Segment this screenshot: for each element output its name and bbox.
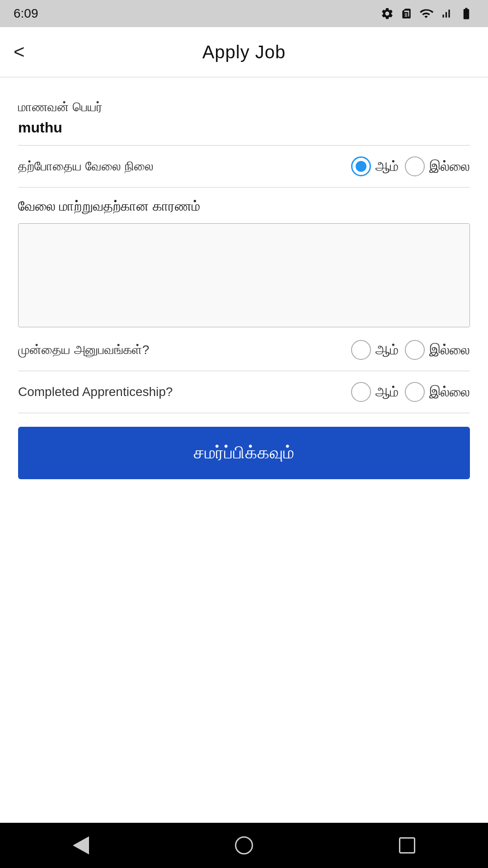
prev-experience-row: முன்தைய அனுபவங்கள்? ஆம் இல்லை (18, 329, 470, 371)
reason-textarea[interactable] (18, 223, 470, 327)
current-job-status-row: தற்போதைய வேலை நிலை ஆம் இல்லை (18, 146, 470, 188)
page-title: Apply Job (202, 42, 286, 62)
reason-section: வேலை மாற்றுவதற்கான காரணம் (18, 188, 470, 329)
nav-recent-button[interactable] (399, 837, 415, 854)
apprenticeship-yes-option[interactable]: ஆம் (351, 382, 399, 402)
apprenticeship-no-option[interactable]: இல்லை (405, 382, 470, 402)
sim-icon (400, 7, 412, 20)
settings-icon (380, 7, 394, 20)
submit-button[interactable]: சமர்ப்பிக்கவும் (18, 427, 470, 479)
apprenticeship-no-label: இல்லை (429, 384, 470, 400)
nav-back-button[interactable] (73, 836, 89, 854)
bottom-nav-bar (0, 823, 488, 868)
current-job-no-label: இல்லை (429, 159, 470, 175)
current-job-no-option[interactable]: இல்லை (405, 156, 470, 176)
wifi-icon (418, 7, 434, 20)
status-icons (380, 7, 474, 20)
main-content: மாணவன் பெயர் muthu தற்போதைய வேலை நிலை ஆம… (0, 77, 488, 823)
current-job-yes-label: ஆம் (375, 159, 399, 175)
apprenticeship-no-radio[interactable] (405, 382, 425, 402)
apprenticeship-radio-options: ஆம் இல்லை (351, 382, 470, 402)
apprenticeship-label: Completed Apprenticeship? (18, 385, 351, 399)
prev-exp-yes-option[interactable]: ஆம் (351, 340, 399, 360)
prev-experience-radio-options: ஆம் இல்லை (351, 340, 470, 360)
back-triangle-icon (73, 836, 89, 854)
status-bar: 6:09 (0, 0, 488, 27)
status-time: 6:09 (14, 6, 38, 21)
signal-icon (440, 7, 452, 20)
prev-exp-no-option[interactable]: இல்லை (405, 340, 470, 360)
reason-label: வேலை மாற்றுவதற்கான காரணம் (18, 198, 470, 214)
prev-exp-no-label: இல்லை (429, 342, 470, 358)
student-name-label: மாணவன் பெயர் (18, 100, 470, 115)
prev-experience-label: முன்தைய அனுபவங்கள்? (18, 343, 351, 358)
current-job-status-label: தற்போதைய வேலை நிலை (18, 159, 351, 174)
apprenticeship-yes-radio[interactable] (351, 382, 371, 402)
battery-icon (458, 7, 474, 20)
prev-exp-yes-radio[interactable] (351, 340, 371, 360)
prev-exp-no-radio[interactable] (405, 340, 425, 360)
current-job-yes-option[interactable]: ஆம் (351, 156, 399, 176)
prev-exp-yes-label: ஆம் (375, 342, 399, 358)
apprenticeship-row: Completed Apprenticeship? ஆம் இல்லை (18, 371, 470, 413)
back-button[interactable]: < (14, 42, 29, 61)
header: < Apply Job (0, 27, 488, 77)
current-job-no-radio[interactable] (405, 156, 425, 176)
student-name-value: muthu (18, 119, 470, 136)
home-circle-icon (235, 836, 253, 854)
nav-home-button[interactable] (235, 836, 253, 854)
current-job-radio-options: ஆம் இல்லை (351, 156, 470, 176)
apprenticeship-yes-label: ஆம் (375, 384, 399, 400)
recent-square-icon (399, 837, 415, 854)
student-name-field: மாணவன் பெயர் muthu (18, 91, 470, 146)
current-job-yes-radio[interactable] (351, 156, 371, 176)
